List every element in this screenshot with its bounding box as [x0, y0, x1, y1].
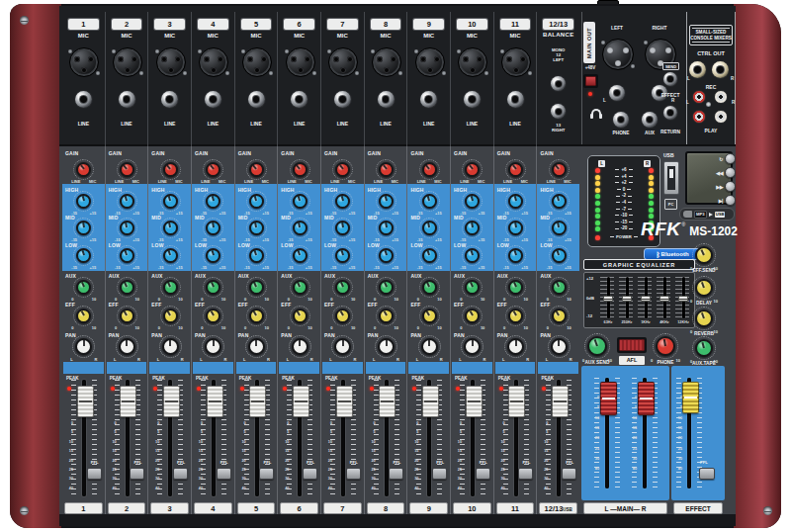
pan-knob[interactable]: LR: [375, 335, 397, 358]
pfl-button[interactable]: [346, 468, 361, 480]
eff-knob[interactable]: 010: [332, 306, 353, 326]
channel-fader[interactable]: [508, 386, 525, 417]
low-knob[interactable]: -15+15: [203, 245, 223, 266]
pan-knob[interactable]: LR: [504, 335, 527, 358]
mid-knob[interactable]: -15+15: [117, 218, 137, 238]
high-knob[interactable]: -15+15: [332, 191, 353, 212]
aux-knob[interactable]: 010: [462, 277, 483, 298]
gain-knob[interactable]: LINEMIC: [332, 159, 353, 180]
low-knob[interactable]: -15+15: [549, 245, 570, 266]
mid-knob[interactable]: -15+15: [290, 218, 310, 238]
mid-knob[interactable]: -15+15: [376, 218, 396, 238]
channel-fader[interactable]: [163, 386, 180, 417]
pfl-button[interactable]: [518, 468, 533, 480]
pfl-button[interactable]: [217, 468, 231, 480]
aux-knob[interactable]: 010: [117, 277, 137, 298]
low-knob[interactable]: -15+15: [117, 245, 137, 266]
gain-knob[interactable]: LINEMIC: [462, 159, 483, 180]
pan-knob[interactable]: LR: [245, 335, 268, 358]
high-knob[interactable]: -15+15: [462, 191, 483, 212]
low-knob[interactable]: -15+15: [73, 245, 94, 266]
pan-knob[interactable]: LR: [72, 335, 95, 358]
pan-knob[interactable]: LR: [116, 335, 138, 358]
pfl-button[interactable]: [173, 468, 188, 480]
low-knob[interactable]: -15+15: [160, 245, 181, 266]
low-knob[interactable]: -15+15: [246, 245, 267, 266]
eff-knob[interactable]: 010: [462, 306, 483, 326]
pfl-button[interactable]: [389, 468, 403, 480]
eff-knob[interactable]: 010: [505, 306, 526, 326]
channel-fader[interactable]: [77, 386, 94, 417]
pfl-button[interactable]: [562, 468, 576, 480]
high-knob[interactable]: -15+15: [73, 191, 94, 212]
gain-knob[interactable]: LINEMIC: [549, 159, 570, 180]
eq-slider-handle[interactable]: [603, 296, 613, 302]
aux-knob[interactable]: 010: [246, 277, 267, 298]
mid-knob[interactable]: -15+15: [246, 218, 267, 238]
pfl-button[interactable]: [476, 468, 490, 480]
channel-fader[interactable]: [336, 386, 353, 417]
gain-knob[interactable]: LINEMIC: [376, 159, 396, 180]
gain-knob[interactable]: LINEMIC: [505, 159, 526, 180]
channel-fader[interactable]: [466, 386, 483, 417]
aux-knob[interactable]: 010: [419, 277, 440, 298]
channel-fader[interactable]: [249, 386, 266, 417]
gain-knob[interactable]: LINEMIC: [117, 159, 137, 180]
phantom-power-switch[interactable]: [583, 74, 598, 88]
eff-send-knob[interactable]: 010: [692, 243, 716, 267]
eff-knob[interactable]: 010: [419, 306, 440, 326]
pan-knob[interactable]: LR: [548, 335, 571, 358]
aux-knob[interactable]: 010: [73, 277, 94, 298]
low-knob[interactable]: -15+15: [419, 245, 440, 266]
aux-knob[interactable]: 010: [505, 277, 526, 298]
eq-slider-handle[interactable]: [622, 296, 632, 302]
aux-knob[interactable]: 010: [160, 277, 181, 298]
afl-button[interactable]: [619, 339, 645, 351]
eff-knob[interactable]: 010: [549, 306, 570, 326]
mid-knob[interactable]: -15+15: [203, 218, 223, 238]
high-knob[interactable]: -15+15: [376, 191, 396, 212]
gain-knob[interactable]: LINEMIC: [160, 159, 181, 180]
mid-knob[interactable]: -15+15: [160, 218, 181, 238]
reverb-knob[interactable]: 010: [692, 307, 716, 330]
pan-knob[interactable]: LR: [331, 335, 354, 358]
eq-slider-handle[interactable]: [659, 296, 669, 302]
player-previous-button[interactable]: [725, 167, 736, 178]
aux-send-knob[interactable]: 010: [584, 333, 610, 359]
eff-knob[interactable]: 010: [160, 306, 181, 326]
high-knob[interactable]: -15+15: [160, 191, 181, 212]
pfl-button[interactable]: [432, 468, 447, 480]
high-knob[interactable]: -15+15: [549, 191, 570, 212]
high-knob[interactable]: -15+15: [505, 191, 526, 212]
aux-knob[interactable]: 010: [290, 277, 310, 298]
delay-knob[interactable]: 010: [692, 276, 716, 300]
gain-knob[interactable]: LINEMIC: [73, 159, 94, 180]
low-knob[interactable]: -15+15: [332, 245, 353, 266]
pfl-button[interactable]: [87, 468, 102, 480]
pfl-button[interactable]: [303, 468, 317, 480]
player-play-pause-button[interactable]: [725, 195, 736, 206]
pfl-button[interactable]: [130, 468, 144, 480]
eq-slider-handle[interactable]: [641, 296, 651, 302]
mid-knob[interactable]: -15+15: [462, 218, 483, 238]
low-knob[interactable]: -15+15: [505, 245, 526, 266]
eff-knob[interactable]: 010: [246, 306, 267, 326]
player-repeat-button[interactable]: [725, 153, 736, 164]
mid-knob[interactable]: -15+15: [549, 218, 570, 238]
low-knob[interactable]: -15+15: [376, 245, 396, 266]
high-knob[interactable]: -15+15: [290, 191, 310, 212]
pan-knob[interactable]: LR: [418, 335, 441, 358]
eff-knob[interactable]: 010: [73, 306, 94, 326]
mid-knob[interactable]: -15+15: [505, 218, 526, 238]
eff-knob[interactable]: 010: [376, 306, 396, 326]
effect-pfl-button[interactable]: [699, 468, 715, 480]
channel-fader[interactable]: [293, 386, 309, 417]
gain-knob[interactable]: LINEMIC: [246, 159, 267, 180]
aux-knob[interactable]: 010: [332, 277, 353, 298]
player-next-button[interactable]: [725, 181, 736, 192]
high-knob[interactable]: -15+15: [246, 191, 267, 212]
aux-knob[interactable]: 010: [549, 277, 570, 298]
gain-knob[interactable]: LINEMIC: [419, 159, 440, 180]
gain-knob[interactable]: LINEMIC: [203, 159, 223, 180]
pan-knob[interactable]: LR: [461, 335, 483, 358]
